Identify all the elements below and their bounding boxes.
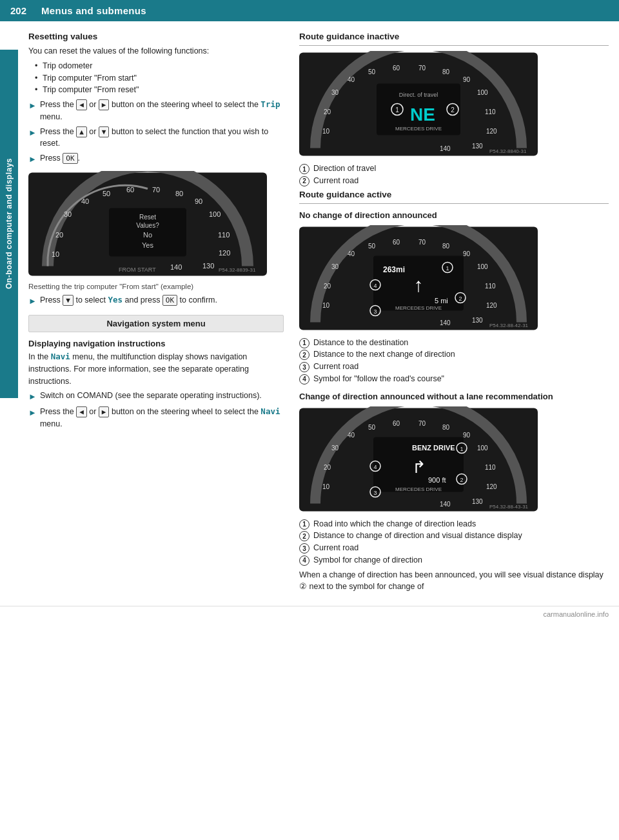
svg-text:40: 40 xyxy=(348,431,355,438)
svg-text:120: 120 xyxy=(486,128,497,135)
circle-1: 1 xyxy=(299,164,310,174)
change-item-1: 1 Road into which the change of directio… xyxy=(299,518,609,530)
change-direction-heading: Change of direction announced without a … xyxy=(299,392,609,401)
svg-text:120: 120 xyxy=(219,248,230,256)
svg-text:20: 20 xyxy=(324,108,331,115)
divider-1 xyxy=(299,45,609,46)
instruction-3: ► Press OK. xyxy=(28,152,284,166)
watermark: carmanualonline.info xyxy=(0,606,619,622)
svg-text:3: 3 xyxy=(373,308,377,314)
svg-text:70: 70 xyxy=(418,419,426,426)
svg-text:↑: ↑ xyxy=(414,274,424,295)
svg-text:120: 120 xyxy=(486,483,497,490)
route-inactive-list: 1 Direction of travel 2 Current road xyxy=(299,163,609,187)
svg-text:5 mi: 5 mi xyxy=(435,296,448,304)
svg-text:FROM START: FROM START xyxy=(119,266,156,272)
nav-instruction-1-text: Switch on COMAND (see the separate opera… xyxy=(40,390,262,402)
no-change-text-4: Symbol for "follow the road's course" xyxy=(313,373,444,385)
svg-text:50: 50 xyxy=(368,423,376,430)
key-left-2: ◀ xyxy=(76,406,87,417)
left-column: Resetting values You can reset the value… xyxy=(23,26,294,601)
svg-text:10: 10 xyxy=(322,483,330,490)
right-column: Route guidance inactive 20 30 40 50 60 7… xyxy=(294,26,619,601)
key-down-2: ▼ xyxy=(63,295,74,306)
side-tab: On-board computer and displays xyxy=(0,50,18,398)
svg-text:10: 10 xyxy=(322,128,330,135)
svg-text:20: 20 xyxy=(55,230,63,238)
resetting-bullets: Trip odometer Trip computer "From start"… xyxy=(28,60,284,96)
svg-text:50: 50 xyxy=(368,68,376,75)
svg-text:40: 40 xyxy=(348,76,355,83)
svg-text:P54.32-8839-31: P54.32-8839-31 xyxy=(219,266,256,272)
svg-text:90: 90 xyxy=(463,76,471,83)
svg-text:2: 2 xyxy=(451,106,455,114)
svg-text:120: 120 xyxy=(486,301,497,308)
no-change-list: 1 Distance to the destination 2 Distance… xyxy=(299,337,609,385)
svg-text:2: 2 xyxy=(460,476,463,483)
change-circle-3: 3 xyxy=(299,543,310,554)
svg-text:MERCEDES DRIVE: MERCEDES DRIVE xyxy=(395,305,442,310)
svg-text:80: 80 xyxy=(175,189,183,197)
arrow-icon-4: ► xyxy=(28,295,37,308)
svg-text:40: 40 xyxy=(81,197,89,205)
svg-text:MERCEDES  DRIVE: MERCEDES DRIVE xyxy=(395,486,442,492)
no-change-circle-3: 3 xyxy=(299,362,310,372)
svg-text:30: 30 xyxy=(64,210,72,217)
instruction-1-text: Press the ◀ or ▶ button on the steering … xyxy=(40,99,284,123)
instruction-1: ► Press the ◀ or ▶ button on the steerin… xyxy=(28,99,284,123)
route-active-section: Route guidance active No change of direc… xyxy=(299,190,609,385)
route-inactive-item-1: 1 Direction of travel xyxy=(299,163,609,175)
no-change-circle-4: 4 xyxy=(299,374,310,385)
svg-text:50: 50 xyxy=(368,242,376,249)
svg-text:130: 130 xyxy=(472,497,483,505)
page-content: On-board computer and displays Resetting… xyxy=(0,21,619,601)
divider-2 xyxy=(299,203,609,204)
bullet-trip-from-start: Trip computer "From start" xyxy=(35,72,284,85)
svg-text:90: 90 xyxy=(463,250,471,257)
displaying-nav-heading: Displaying navigation instructions xyxy=(28,339,284,348)
svg-text:30: 30 xyxy=(331,444,339,451)
svg-text:900 ft: 900 ft xyxy=(428,475,446,483)
svg-text:4: 4 xyxy=(373,282,377,288)
svg-text:P54.32-88-42-31: P54.32-88-42-31 xyxy=(489,322,529,328)
svg-text:100: 100 xyxy=(477,263,488,270)
yes-code: Yes xyxy=(108,295,123,305)
confirm-instruction: ► Press ▼ to select Yes and press OK to … xyxy=(28,294,284,308)
svg-text:Yes: Yes xyxy=(142,241,153,248)
speedo-svg-1: 20 30 40 50 60 70 80 90 100 110 120 130 … xyxy=(28,171,267,277)
bullet-trip-from-reset: Trip computer "From reset" xyxy=(35,84,284,96)
svg-text:30: 30 xyxy=(331,263,339,270)
svg-text:110: 110 xyxy=(485,282,496,289)
svg-text:90: 90 xyxy=(463,431,471,438)
svg-text:90: 90 xyxy=(195,197,202,205)
svg-text:Direct. of travel: Direct. of travel xyxy=(399,92,438,98)
speedo-svg-4: 20 30 40 50 60 70 80 90 100 110 120 130 … xyxy=(299,406,538,513)
svg-text:↱: ↱ xyxy=(412,457,426,476)
arrow-icon-3: ► xyxy=(28,153,37,166)
change-text-3: Current road xyxy=(313,542,359,554)
svg-text:P54.32-8840-31: P54.32-8840-31 xyxy=(489,148,527,154)
arrow-icon-1: ► xyxy=(28,99,37,112)
header-bar: 202 Menus and submenus xyxy=(0,0,619,21)
no-change-item-3: 3 Current road xyxy=(299,361,609,373)
svg-text:130: 130 xyxy=(472,316,483,323)
bullet-trip-odometer: Trip odometer xyxy=(35,60,284,72)
route-inactive-item-2: 2 Current road xyxy=(299,175,609,187)
svg-text:130: 130 xyxy=(472,143,483,150)
navi-code-1: Navi xyxy=(51,352,70,361)
change-text-1: Road into which the change of direction … xyxy=(313,518,476,530)
route-inactive-text-1: Direction of travel xyxy=(313,163,376,175)
no-change-circle-2: 2 xyxy=(299,350,310,360)
svg-text:1: 1 xyxy=(446,265,449,271)
svg-text:100: 100 xyxy=(477,444,488,451)
svg-text:140: 140 xyxy=(440,145,451,152)
arrow-icon-6: ► xyxy=(28,406,37,419)
speedo-image-2: 20 30 40 50 60 70 80 90 100 110 120 130 … xyxy=(299,51,538,157)
navi-code-2: Navi xyxy=(260,406,280,416)
svg-text:40: 40 xyxy=(348,250,355,257)
route-active-heading: Route guidance active xyxy=(299,190,609,199)
svg-text:MERCEDES DRIVE: MERCEDES DRIVE xyxy=(395,126,442,132)
svg-text:60: 60 xyxy=(393,238,400,245)
change-item-3: 3 Current road xyxy=(299,542,609,554)
resetting-intro: You can reset the values of the followin… xyxy=(28,45,284,57)
